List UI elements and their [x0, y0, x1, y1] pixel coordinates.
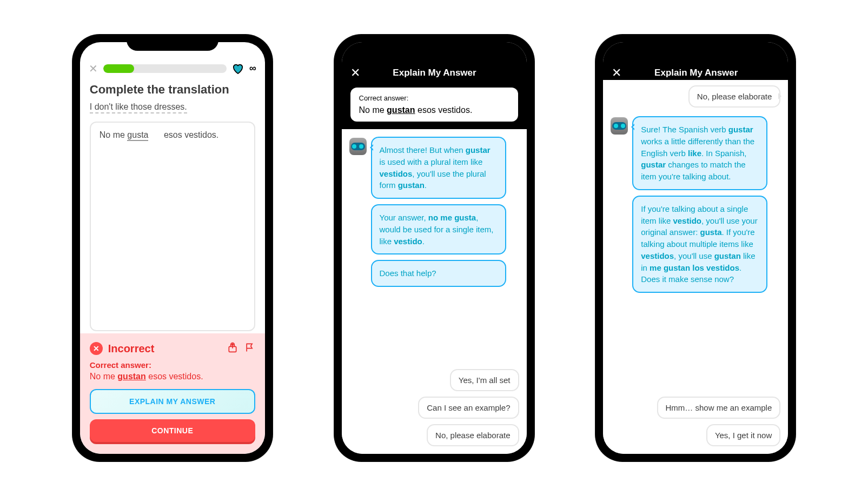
chat-body: Almost there! But when gustar is used wi…	[342, 129, 527, 454]
phone-notch	[127, 35, 218, 51]
close-icon[interactable]: ✕	[89, 63, 98, 74]
prompt-sentence: I don't like those dresses.	[80, 100, 265, 119]
heart-icon	[232, 63, 244, 74]
phone-notch	[388, 35, 480, 51]
option-show-example[interactable]: Hmm… show me an example	[657, 397, 781, 419]
answer-input-area[interactable]: No me gusta esos vestidos.	[90, 122, 255, 331]
correct-answer-text: No me gustan esos vestidos.	[90, 372, 255, 381]
bot-bubble-2: If you're talking about a single item li…	[632, 196, 767, 293]
option-see-example[interactable]: Can I see an example?	[418, 397, 519, 419]
lesson-screen: ✕ ∞ Complete the translation I don't lik…	[80, 42, 265, 454]
explain-screen-2: ✕ Explain My Answer No, please elaborate…	[603, 42, 788, 454]
close-icon[interactable]: ✕	[612, 66, 621, 80]
bot-message-row: Sure! The Spanish verb gustar works a li…	[611, 116, 780, 190]
error-icon: ✕	[90, 342, 103, 355]
bot-bubble-1: Sure! The Spanish verb gustar works a li…	[632, 116, 767, 190]
incorrect-label: Incorrect	[108, 343, 222, 355]
correct-answer-label: Correct answer:	[90, 360, 255, 370]
phone-notch	[650, 35, 741, 51]
option-got-it[interactable]: Yes, I get it now	[706, 424, 780, 446]
correct-answer-card: Correct answer: No me gustan esos vestid…	[350, 88, 518, 122]
sentence-text: I don't like those dresses.	[90, 102, 187, 113]
correct-label: Correct answer:	[359, 94, 509, 102]
progress-bar	[103, 64, 227, 73]
user-bubble-elaborate: No, please elaborate	[688, 85, 780, 108]
close-icon[interactable]: ✕	[350, 66, 360, 80]
feedback-header: ✕ Incorrect	[90, 342, 255, 355]
bot-bubble-1: Almost there! But when gustar is used wi…	[371, 137, 506, 199]
chat-header: ✕ Explain My Answer Correct answer: No m…	[342, 42, 527, 129]
explain-screen: ✕ Explain My Answer Correct answer: No m…	[342, 42, 527, 454]
chat-body: No, please elaborate Sure! The Spanish v…	[603, 80, 788, 454]
user-options: Yes, I'm all set Can I see an example? N…	[349, 369, 519, 446]
share-icon[interactable]	[227, 342, 238, 355]
option-elaborate[interactable]: No, please elaborate	[427, 424, 519, 446]
option-yes-all-set[interactable]: Yes, I'm all set	[450, 369, 519, 391]
explain-my-answer-button[interactable]: EXPLAIN MY ANSWER	[90, 389, 255, 414]
flag-icon[interactable]	[244, 342, 255, 355]
feedback-actions	[227, 342, 255, 355]
bot-bubble-2: Your answer, no me gusta, would be used …	[371, 204, 506, 254]
answer-post: esos vestidos.	[164, 130, 218, 139]
bot-bubble-3: Does that help?	[371, 260, 506, 287]
feedback-panel: ✕ Incorrect Correct answer: No me gustan…	[80, 333, 265, 454]
continue-button[interactable]: CONTINUE	[90, 419, 255, 442]
chat-title: Explain My Answer	[629, 68, 763, 78]
answer-user-word: gusta	[127, 130, 148, 141]
phone-1-lesson: ✕ ∞ Complete the translation I don't lik…	[72, 35, 273, 461]
progress-fill	[103, 64, 134, 73]
bot-message-row: Almost there! But when gustar is used wi…	[349, 137, 519, 199]
user-message-row: No, please elaborate	[611, 85, 780, 108]
phone-3-explain-chat-followup: ✕ Explain My Answer No, please elaborate…	[595, 35, 796, 461]
bot-avatar-icon	[349, 138, 367, 155]
chat-title: Explain My Answer	[368, 68, 502, 78]
bot-avatar-icon	[611, 117, 628, 135]
prompt-title: Complete the translation	[80, 77, 265, 100]
phone-2-explain-chat: ✕ Explain My Answer Correct answer: No m…	[334, 35, 534, 461]
correct-text: No me gustan esos vestidos.	[359, 105, 509, 115]
answer-pre: No me	[100, 130, 128, 139]
hearts-infinity: ∞	[249, 63, 256, 74]
user-options: Hmm… show me an example Yes, I get it no…	[611, 397, 780, 446]
